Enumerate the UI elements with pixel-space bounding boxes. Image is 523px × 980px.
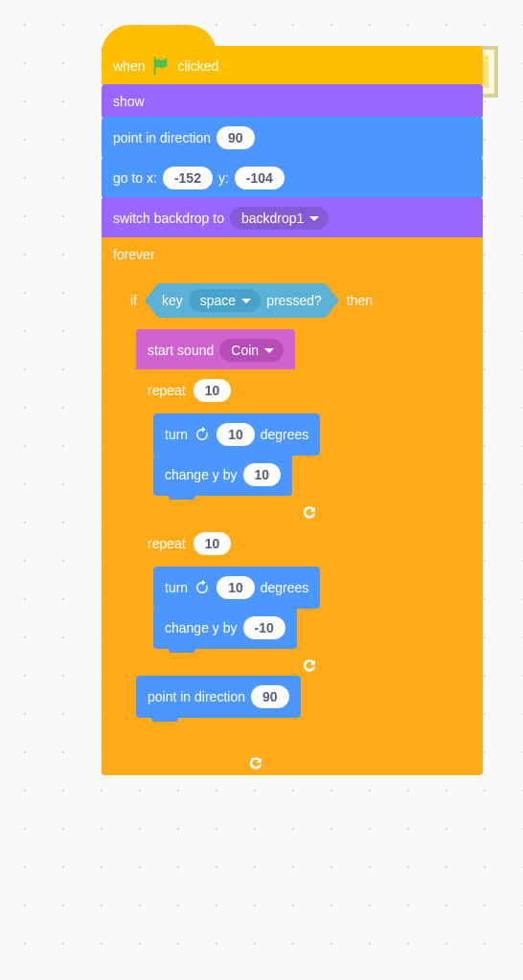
show-label: show [113, 94, 145, 109]
repeat1-label: repeat [148, 383, 186, 398]
turn-cw-icon [193, 426, 211, 443]
key-dropdown[interactable]: space [189, 289, 261, 312]
hat-prefix: when [113, 58, 145, 74]
repeat-block-1[interactable]: repeat 10 turn [136, 369, 328, 524]
turn2-value[interactable]: 10 [216, 576, 255, 599]
forever-foot [102, 750, 274, 775]
forever-head: forever [102, 237, 483, 272]
repeat2-count[interactable]: 10 [193, 532, 232, 555]
goto-x-input[interactable]: -152 [163, 167, 213, 189]
loop-arrow-icon [301, 657, 318, 674]
chy1-value[interactable]: 10 [243, 463, 282, 486]
switch-backdrop-block[interactable]: switch backdrop to backdrop1 [102, 197, 483, 239]
repeat2-foot [136, 653, 328, 678]
point-in-direction-block[interactable]: point in direction 90 [102, 117, 483, 159]
sound-dropdown[interactable]: Coin [219, 339, 284, 362]
goto-y-input[interactable]: -104 [235, 167, 284, 189]
if-foot [119, 722, 483, 746]
forever-label: forever [113, 247, 155, 262]
turn1-label-a: turn [165, 427, 188, 442]
goto-xy-block[interactable]: go to x: -152 y: -104 [102, 157, 483, 199]
point-dir2-value[interactable]: 90 [251, 685, 289, 708]
chy1-label: change y by [165, 467, 238, 482]
switch-backdrop-label: switch backdrop to [113, 211, 224, 226]
turn2-label-a: turn [165, 580, 188, 595]
goto-label-x: go to x: [113, 170, 157, 186]
show-block[interactable]: show [102, 84, 483, 119]
hat-cap [102, 25, 216, 54]
if-label: if [130, 293, 137, 308]
point-dir-input[interactable]: 90 [216, 126, 255, 149]
repeat2-label: repeat [148, 536, 186, 551]
key-label-a: key [162, 293, 183, 308]
script-stack[interactable]: when clicked show point in direction 90 … [102, 46, 483, 775]
repeat1-head: repeat 10 [136, 369, 328, 412]
hat-suffix: clicked [177, 58, 218, 74]
loop-arrow-icon [247, 754, 264, 771]
change-y-block-1[interactable]: change y by 10 [153, 454, 292, 496]
repeat2-head: repeat 10 [136, 523, 328, 565]
start-sound-label: start sound [148, 343, 214, 358]
start-sound-block[interactable]: start sound Coin [136, 329, 295, 371]
green-flag-icon [150, 56, 171, 77]
repeat-block-2[interactable]: repeat 10 turn [136, 523, 328, 678]
point-dir-label: point in direction [113, 130, 211, 145]
point-dir2-label: point in direction [148, 689, 245, 704]
repeat1-count[interactable]: 10 [193, 379, 232, 402]
then-label: then [347, 293, 373, 308]
turn-cw-block-2[interactable]: turn 10 degrees [153, 567, 320, 609]
turn1-value[interactable]: 10 [216, 423, 255, 446]
turn-cw-block-1[interactable]: turn 10 degrees [153, 413, 320, 456]
forever-block[interactable]: forever if key space pressed? then [102, 237, 483, 775]
if-head: if key space pressed? then [119, 274, 483, 327]
point-in-direction-block-2[interactable]: point in direction 90 [136, 676, 301, 718]
goto-label-y: y: [218, 170, 229, 186]
turn-cw-icon [193, 579, 211, 596]
chy2-label: change y by [165, 620, 238, 635]
key-pressed-reporter[interactable]: key space pressed? [145, 283, 339, 318]
key-label-b: pressed? [266, 293, 322, 308]
if-block[interactable]: if key space pressed? then start sound [119, 274, 483, 746]
chy2-value[interactable]: -10 [243, 616, 285, 639]
when-flag-clicked-block[interactable]: when clicked [102, 46, 483, 86]
backdrop-dropdown[interactable]: backdrop1 [230, 207, 329, 230]
turn1-label-b: degrees [261, 427, 309, 442]
loop-arrow-icon [301, 503, 318, 521]
repeat1-foot [136, 500, 328, 524]
change-y-block-2[interactable]: change y by -10 [153, 607, 297, 649]
turn2-label-b: degrees [261, 580, 309, 595]
